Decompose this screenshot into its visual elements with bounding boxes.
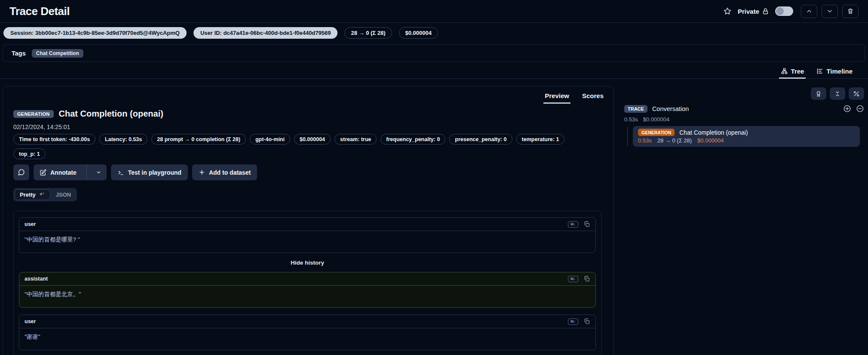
bookmark-star-button[interactable]	[723, 7, 732, 15]
fold-vertical-icon	[834, 90, 841, 97]
tab-timeline-label: Timeline	[826, 68, 853, 75]
message-header-icons: M↓	[568, 221, 590, 228]
collapse-tree-button[interactable]	[856, 105, 864, 113]
message-list-container: user M↓ "中国的首都是哪里? " Hide history assist…	[13, 211, 601, 355]
metric-pill: top_p: 1	[13, 148, 46, 159]
pretty-toggle-button[interactable]: Pretty	[15, 189, 50, 200]
observation-type-badge: GENERATION	[13, 110, 54, 118]
add-to-dataset-label: Add to dataset	[209, 169, 251, 176]
generation-latency: 0.53s	[638, 137, 652, 144]
collapse-all-button[interactable]	[830, 87, 845, 100]
scores-toggle-button[interactable]	[811, 87, 826, 100]
json-toggle-button[interactable]: JSON	[51, 189, 76, 200]
tags-label: Tags	[12, 50, 26, 57]
annotate-edit-icon	[40, 169, 46, 176]
trace-nav-buttons	[801, 5, 859, 18]
view-mode-tabs: Tree Timeline	[0, 64, 868, 79]
award-icon	[815, 90, 822, 97]
annotate-dropdown-segment[interactable]	[91, 164, 107, 180]
observation-timestamp: 02/12/2024, 14:25:01	[13, 123, 70, 130]
trace-name: Conversation	[652, 105, 689, 112]
lock-icon	[762, 8, 769, 15]
expand-all-button[interactable]	[843, 105, 851, 113]
message-content: "中国的首都是北京。"	[19, 286, 595, 307]
observation-title-row: GENERATION Chat Completion (openai)	[13, 109, 163, 119]
sparkles-icon	[39, 191, 45, 198]
trace-latency: 0.53s	[624, 116, 638, 123]
user-id-badge[interactable]: User ID: dc47a41e-06bc-400d-bde1-f0e440d…	[193, 27, 338, 39]
trace-root-row[interactable]: TRACE Conversation	[624, 105, 864, 113]
copy-icon	[583, 221, 590, 228]
generation-node-title-row: GENERATION Chat Completion (openai)	[638, 129, 855, 136]
toggle-knob	[776, 7, 784, 15]
tab-tree[interactable]: Tree	[775, 64, 810, 78]
generation-node-metrics: 0.53s 28 → 0 (Σ 28) $0.000004	[638, 137, 855, 144]
chevron-down-icon	[96, 170, 101, 175]
markdown-toggle-icon[interactable]: M↓	[568, 276, 578, 282]
tab-scores[interactable]: Scores	[576, 88, 610, 105]
privacy-toggle[interactable]	[775, 6, 793, 16]
annotate-main-segment[interactable]: Annotate	[34, 164, 83, 180]
pretty-label: Pretty	[20, 191, 36, 198]
plus-icon	[199, 169, 205, 176]
trash-icon	[847, 8, 854, 15]
copy-button[interactable]	[583, 275, 590, 282]
delete-trace-button[interactable]	[842, 5, 859, 18]
message-role: user	[25, 318, 36, 324]
chevron-down-icon	[826, 8, 833, 15]
chevron-up-icon	[806, 8, 813, 15]
copy-icon	[583, 318, 590, 325]
comment-button[interactable]	[13, 164, 29, 180]
minus-circle-icon	[856, 105, 864, 113]
message-assistant-1: assistant M↓ "中国的首都是北京。"	[19, 272, 596, 308]
next-trace-button[interactable]	[822, 5, 838, 18]
privacy-label-group: Private	[738, 8, 769, 15]
message-user-1: user M↓ "中国的首都是哪里? "	[19, 217, 596, 253]
tree-icon	[781, 68, 788, 75]
add-to-dataset-button[interactable]: Add to dataset	[192, 164, 257, 180]
copy-button[interactable]	[583, 318, 590, 325]
tree-indent-line	[627, 127, 628, 146]
previous-trace-button[interactable]	[801, 5, 817, 18]
hide-history-button[interactable]: Hide history	[19, 256, 596, 269]
preview-scores-tabs: Preview Scores	[538, 88, 610, 105]
generation-tree-node-selected[interactable]: GENERATION Chat Completion (openai) 0.53…	[633, 126, 860, 147]
metric-pill: Latency: 0.53s	[99, 134, 147, 145]
session-badge[interactable]: Session: 3bb00ec7-1b13-4c9b-85ee-3d9d70f…	[3, 27, 187, 39]
privacy-label: Private	[738, 8, 759, 15]
tab-preview[interactable]: Preview	[538, 88, 576, 105]
metric-pill: stream: true	[334, 134, 377, 145]
message-content: "谢谢"	[19, 328, 595, 350]
page-header: Trace Detail Private	[0, 0, 868, 23]
annotate-split-divider	[86, 164, 87, 180]
message-header-icons: M↓	[568, 318, 590, 325]
observation-metric-pills-row2: top_p: 1	[13, 148, 46, 159]
percent-icon	[853, 90, 860, 97]
annotate-label: Annotate	[50, 169, 77, 176]
tags-container: Tags Chat Competition	[3, 44, 865, 62]
trace-root-metrics: 0.53s $0.000004	[624, 116, 669, 123]
metric-pill: frequency_penalty: 0	[380, 134, 445, 145]
generation-tokens: 28 → 0 (Σ 28)	[657, 137, 692, 144]
message-user-2: user M↓ "谢谢"	[19, 315, 596, 350]
observation-metric-pills-row1: Time to first token: -430.00s Latency: 0…	[13, 134, 564, 145]
metric-pill: Time to first token: -430.00s	[13, 134, 95, 145]
metric-pill: temperature: 1	[516, 134, 565, 145]
message-header: assistant M↓	[19, 272, 595, 286]
trace-type-badge: TRACE	[624, 105, 647, 113]
token-usage-badge: 28 → 0 (Σ 28)	[344, 27, 392, 39]
tag-chip[interactable]: Chat Competition	[32, 49, 83, 58]
markdown-toggle-icon[interactable]: M↓	[568, 221, 578, 228]
generation-node-name: Chat Completion (openai)	[679, 129, 748, 136]
trace-meta-badges: Session: 3bb00ec7-1b13-4c9b-85ee-3d9d70f…	[3, 27, 438, 39]
metrics-toggle-button[interactable]	[849, 87, 864, 100]
copy-icon	[583, 275, 590, 282]
test-in-playground-button[interactable]: Test in playground	[111, 164, 188, 180]
markdown-toggle-icon[interactable]: M↓	[568, 318, 578, 325]
copy-button[interactable]	[583, 221, 590, 228]
observation-actions: Annotate Test in playground Add to datas…	[13, 164, 257, 180]
metric-pill: $0.000004	[294, 134, 331, 145]
annotate-button[interactable]: Annotate	[34, 164, 107, 180]
observation-title: Chat Completion (openai)	[59, 109, 163, 119]
tab-timeline[interactable]: Timeline	[810, 64, 859, 78]
